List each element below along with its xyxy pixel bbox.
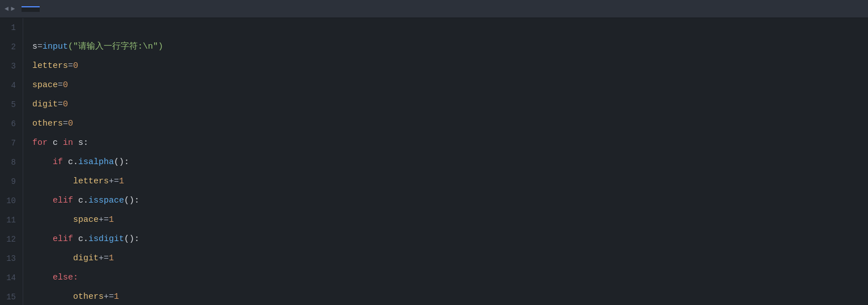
code-token: if: [53, 153, 63, 172]
code-token: [32, 268, 53, 287]
code-token: else:: [53, 268, 78, 287]
code-token: elif: [53, 230, 73, 249]
code-token: space: [73, 211, 99, 230]
nav-left-icon[interactable]: ◄: [5, 5, 8, 13]
code-token: [32, 211, 73, 230]
line-number: 13: [0, 249, 23, 268]
code-token: =: [37, 37, 42, 57]
code-token: [32, 287, 73, 305]
line-number: 5: [0, 95, 23, 114]
code-token: 0: [73, 57, 78, 76]
line-numbers-column: 12345678910111213141516: [0, 18, 23, 305]
code-token: ():: [114, 153, 129, 172]
code-token: digit: [32, 95, 58, 114]
code-line: for c in s:: [32, 134, 868, 153]
code-token: s:: [73, 134, 88, 153]
code-line: space=0: [32, 76, 868, 95]
code-token: =: [63, 114, 68, 134]
code-token: ("请输入一行字符:\n"): [68, 37, 163, 57]
code-line: s=input("请输入一行字符:\n"): [32, 37, 868, 57]
code-token: [32, 249, 73, 268]
code-token: elif: [53, 191, 73, 211]
code-token: 0: [63, 95, 68, 114]
code-token: 0: [63, 76, 68, 95]
line-number: 10: [0, 191, 23, 211]
code-token: =: [68, 57, 73, 76]
code-line: space+=1: [32, 211, 868, 230]
code-token: s: [32, 37, 37, 57]
code-token: +=: [99, 211, 109, 230]
code-editor[interactable]: s=input("请输入一行字符:\n")letters=0space=0dig…: [23, 18, 868, 305]
code-token: others: [73, 287, 104, 305]
code-line: others+=1: [32, 287, 868, 305]
line-number: 2: [0, 37, 23, 57]
code-line: others=0: [32, 114, 868, 134]
nav-right-icon[interactable]: ►: [11, 5, 15, 13]
code-token: [32, 191, 53, 211]
editor-area: 12345678910111213141516 s=input("请输入一行字符…: [0, 18, 868, 305]
code-token: c.: [73, 191, 88, 211]
code-token: 0: [68, 114, 73, 134]
code-token: c.: [73, 230, 88, 249]
code-token: others: [32, 114, 63, 134]
code-token: c: [48, 134, 63, 153]
code-token: [32, 153, 53, 172]
line-number: 3: [0, 57, 23, 76]
line-number: 7: [0, 134, 23, 153]
code-token: letters: [32, 57, 68, 76]
code-token: space: [32, 76, 58, 95]
code-token: letters: [73, 172, 109, 191]
code-token: 1: [114, 287, 119, 305]
code-token: 1: [109, 249, 114, 268]
line-number: 15: [0, 287, 23, 305]
code-token: 1: [119, 172, 124, 191]
line-number: 12: [0, 230, 23, 249]
code-token: ():: [124, 230, 139, 249]
line-number: 14: [0, 268, 23, 287]
line-number: 4: [0, 76, 23, 95]
line-number: 11: [0, 211, 23, 230]
line-number: 9: [0, 172, 23, 191]
nav-arrows[interactable]: ◄ ►: [5, 5, 15, 13]
code-token: +=: [99, 249, 109, 268]
code-token: isalpha: [78, 153, 114, 172]
title-bar: ◄ ►: [0, 0, 868, 18]
code-line: else:: [32, 268, 868, 287]
line-number: 1: [0, 18, 23, 37]
code-token: for: [32, 134, 48, 153]
code-token: [32, 230, 53, 249]
code-line: digit=0: [32, 95, 868, 114]
code-token: =: [58, 76, 63, 95]
code-line: elif c.isdigit():: [32, 230, 868, 249]
line-number: 8: [0, 153, 23, 172]
code-token: 1: [109, 211, 114, 230]
code-token: isspace: [88, 191, 124, 211]
code-token: +=: [104, 287, 114, 305]
tab-active[interactable]: [22, 6, 40, 12]
code-line: letters+=1: [32, 172, 868, 191]
line-number: 6: [0, 114, 23, 134]
code-token: =: [58, 95, 63, 114]
code-token: c.: [63, 153, 78, 172]
code-token: [32, 172, 73, 191]
code-line: elif c.isspace():: [32, 191, 868, 211]
code-token: ():: [124, 191, 139, 211]
code-token: input: [42, 37, 68, 57]
code-line: letters=0: [32, 57, 868, 76]
code-token: in: [63, 134, 73, 153]
code-token: isdigit: [88, 230, 124, 249]
code-line: digit+=1: [32, 249, 868, 268]
code-line: if c.isalpha():: [32, 153, 868, 172]
code-token: digit: [73, 249, 99, 268]
code-token: +=: [109, 172, 119, 191]
